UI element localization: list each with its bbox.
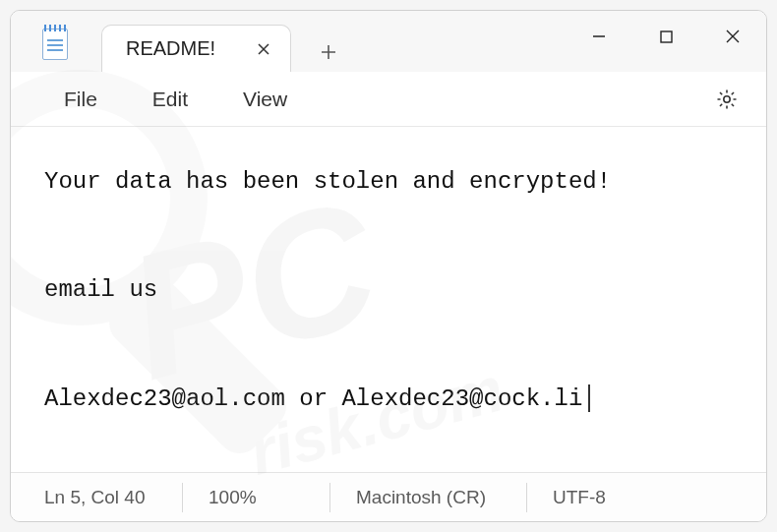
status-line-ending[interactable]: Macintosh (CR)	[330, 483, 527, 512]
menu-file[interactable]: File	[36, 80, 125, 119]
svg-rect-0	[661, 31, 672, 42]
status-zoom[interactable]: 100%	[183, 483, 330, 512]
statusbar: Ln 5, Col 40 100% Macintosh (CR) UTF-8	[11, 472, 766, 521]
content-line-1: Your data has been stolen and encrypted!	[44, 168, 611, 195]
text-editor-content[interactable]: Your data has been stolen and encrypted!…	[11, 127, 766, 472]
content-line-2: email us	[44, 276, 157, 303]
menu-view[interactable]: View	[215, 80, 315, 119]
new-tab-button[interactable]	[309, 32, 348, 72]
svg-point-1	[724, 95, 730, 101]
menubar: File Edit View	[11, 72, 766, 127]
content-line-3: Alexdec23@aol.com or Alexdec23@cock.li	[44, 385, 582, 412]
tabs-strip: README!	[101, 11, 348, 72]
gear-icon	[715, 88, 739, 111]
minimize-button[interactable]	[566, 11, 632, 62]
notepad-icon	[42, 29, 70, 56]
titlebar: README!	[11, 11, 766, 72]
menu-edit[interactable]: Edit	[125, 80, 215, 119]
tab-title: README!	[126, 37, 215, 60]
tab-readme[interactable]: README!	[101, 25, 291, 72]
status-encoding[interactable]: UTF-8	[527, 483, 766, 512]
close-window-button[interactable]	[699, 11, 766, 62]
close-tab-icon[interactable]	[255, 40, 272, 58]
text-caret	[588, 384, 590, 412]
settings-button[interactable]	[709, 82, 745, 117]
window-controls	[566, 11, 766, 62]
maximize-button[interactable]	[632, 11, 699, 62]
status-cursor-position[interactable]: Ln 5, Col 40	[11, 483, 183, 512]
notepad-window: README! File Edit View	[10, 10, 767, 522]
